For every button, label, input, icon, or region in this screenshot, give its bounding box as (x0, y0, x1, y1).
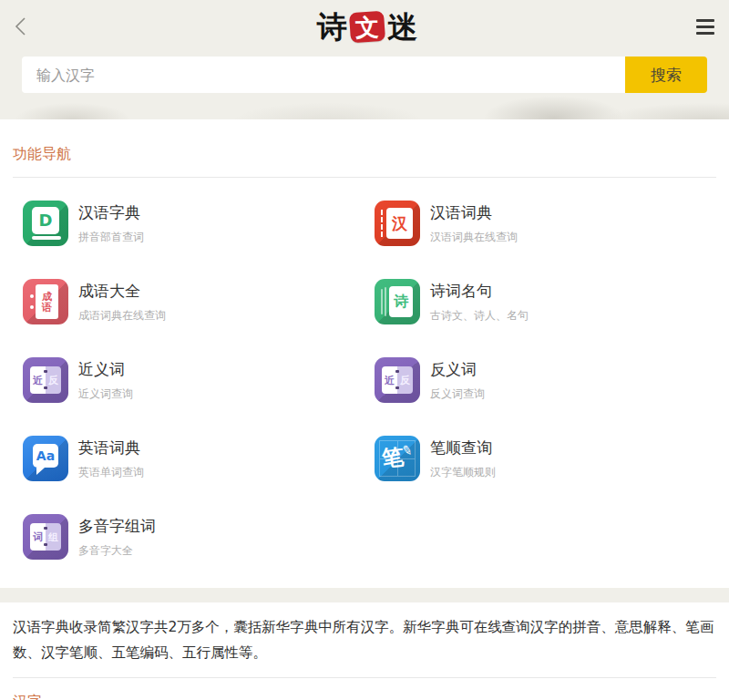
nav-item-english-dict[interactable]: Aa 英语词典 英语单词查询 (13, 419, 364, 498)
divider (13, 177, 716, 178)
hanzi-dict-icon: D (23, 201, 68, 246)
intro-section: 汉语字典收录简繁汉字共2万多个，囊括新华字典中所有汉字。新华字典可在线查询汉字的… (0, 602, 729, 700)
logo-char-1: 诗 (317, 12, 347, 42)
nav-item-title: 笔顺查询 (430, 438, 496, 458)
search-bar: 搜索 (22, 57, 707, 93)
nav-item-title: 汉语词典 (430, 202, 518, 223)
section-heading-hanzi: 汉字 (13, 678, 716, 700)
page-header: 诗 文 迷 搜索 (0, 0, 729, 119)
nav-item-subtitle: 汉语词典在线查询 (430, 230, 518, 245)
nav-item-subtitle: 拼音部首查词 (78, 230, 144, 245)
function-nav-section: 功能导航 D 汉语字典 拼音部首查词 汉 汉语词典 汉语词典在线查询 成语 成语… (0, 119, 729, 588)
shici-mingju-icon: 诗 (375, 279, 420, 324)
nav-item-title: 反义词 (430, 359, 485, 380)
nav-item-subtitle: 汉字笔顺规则 (430, 465, 496, 480)
search-input[interactable] (22, 57, 625, 93)
intro-paragraph: 汉语字典收录简繁汉字共2万多个，囊括新华字典中所有汉字。新华字典可在线查询汉字的… (13, 602, 716, 665)
nav-item-fanyici[interactable]: 近反 反义词 反义词查询 (364, 341, 716, 419)
duoyinzi-zuci-icon: 词组 (23, 514, 68, 560)
nav-item-chengyu-daquan[interactable]: 成语 成语大全 成语词典在线查询 (13, 262, 364, 341)
nav-item-title: 近义词 (78, 359, 133, 380)
fanyici-icon: 近反 (375, 357, 420, 403)
section-heading-nav: 功能导航 (13, 119, 716, 177)
top-bar: 诗 文 迷 (0, 0, 729, 53)
nav-item-hanyu-cidian[interactable]: 汉 汉语词典 汉语词典在线查询 (364, 184, 716, 262)
nav-item-subtitle: 近义词查询 (78, 386, 133, 402)
nav-item-duoyinzi-zuci[interactable]: 词组 多音字组词 多音字大全 (13, 498, 364, 576)
bishun-query-icon: 笔✎ (375, 436, 420, 481)
logo-char-2: 迷 (387, 12, 417, 42)
logo-seal: 文 (349, 10, 385, 43)
hanyu-cidian-icon: 汉 (375, 201, 420, 246)
search-button[interactable]: 搜索 (625, 57, 707, 93)
section-separator (0, 588, 729, 602)
nav-item-title: 成语大全 (78, 281, 166, 302)
nav-item-subtitle: 多音字大全 (78, 543, 156, 559)
chengyu-daquan-icon: 成语 (23, 279, 68, 324)
nav-item-subtitle: 英语单词查询 (78, 465, 144, 480)
nav-item-subtitle: 古诗文、诗人、名句 (430, 308, 529, 324)
nav-item-subtitle: 反义词查询 (430, 386, 485, 402)
back-icon[interactable] (15, 16, 38, 36)
nav-item-bishun-query[interactable]: 笔✎ 笔顺查询 汉字笔顺规则 (364, 419, 716, 498)
nav-item-title: 多音字组词 (78, 516, 156, 537)
nav-item-subtitle: 成语词典在线查询 (78, 308, 166, 324)
nav-item-shici-mingju[interactable]: 诗 诗词名句 古诗文、诗人、名句 (364, 262, 716, 341)
hamburger-menu-icon[interactable] (696, 19, 714, 35)
nav-item-title: 诗词名句 (430, 281, 529, 302)
nav-item-jinyici[interactable]: 近反 近义词 近义词查询 (13, 341, 364, 419)
nav-grid: D 汉语字典 拼音部首查词 汉 汉语词典 汉语词典在线查询 成语 成语大全 成语… (13, 184, 716, 576)
english-dict-icon: Aa (23, 436, 68, 481)
nav-item-title: 汉语字典 (78, 202, 144, 223)
site-logo: 诗 文 迷 (317, 12, 417, 42)
jinyici-icon: 近反 (23, 357, 68, 403)
nav-item-hanzi-dict[interactable]: D 汉语字典 拼音部首查词 (13, 184, 364, 262)
nav-item-title: 英语词典 (78, 438, 144, 458)
